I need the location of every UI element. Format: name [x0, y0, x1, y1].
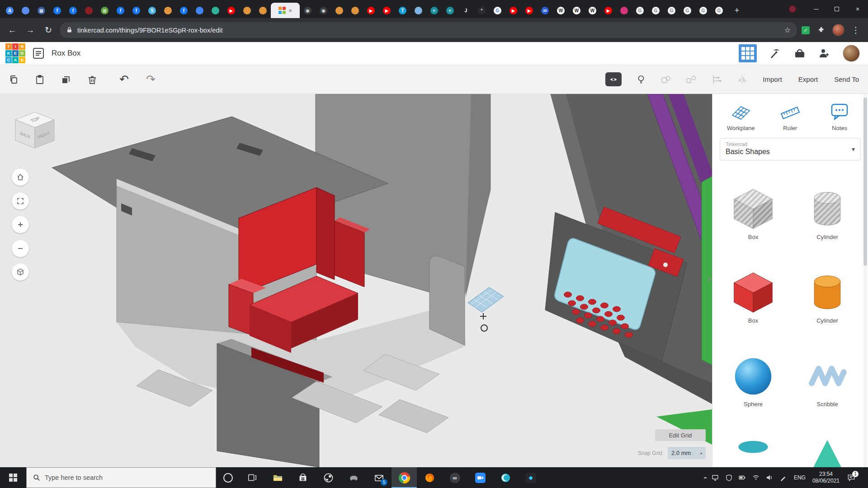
- window-minimize-button[interactable]: [806, 0, 826, 18]
- extension-check-icon[interactable]: ✓: [802, 26, 810, 34]
- window-close-button[interactable]: ×: [847, 0, 868, 18]
- copy-icon[interactable]: [8, 74, 19, 85]
- duplicate-icon[interactable]: [61, 74, 71, 85]
- taskbar-diamond-app[interactable]: ◆: [518, 467, 543, 488]
- tab-blue-square-app[interactable]: T: [395, 3, 410, 18]
- tab-teal-app[interactable]: [208, 3, 223, 18]
- zoom-out-button[interactable]: [12, 240, 29, 257]
- panel-scrollbar[interactable]: [863, 94, 867, 467]
- shape-box-hole[interactable]: Box: [726, 187, 780, 240]
- tab-orange-app[interactable]: [331, 3, 347, 18]
- tray-pen-icon[interactable]: [779, 474, 787, 482]
- browser-menu-icon[interactable]: ⋮: [849, 23, 863, 37]
- tab-orange-app[interactable]: [255, 3, 271, 18]
- tray-expand-chevron-icon[interactable]: ›: [701, 477, 708, 479]
- tab-translate[interactable]: A: [2, 3, 18, 18]
- new-tab-button[interactable]: +: [731, 4, 743, 17]
- design-title[interactable]: Rox Box: [52, 49, 80, 58]
- tab-youtube[interactable]: ▶: [505, 3, 521, 18]
- 3d-scene-canvas[interactable]: TOP BACK RIGHT: [0, 94, 712, 467]
- minecraft-export-icon[interactable]: [769, 47, 781, 59]
- taskbar-video-call[interactable]: [467, 467, 493, 488]
- perspective-toggle-button[interactable]: [12, 263, 29, 281]
- forward-button[interactable]: →: [24, 23, 37, 37]
- address-bar[interactable]: tinkercad.com/things/9FBOR1eSGpR-rox-box…: [60, 22, 797, 38]
- tab-facebook[interactable]: f: [49, 3, 65, 18]
- tray-monitor-icon[interactable]: [712, 474, 719, 482]
- taskbar-search-input[interactable]: Type here to search: [26, 467, 216, 488]
- tray-wifi-icon[interactable]: [752, 474, 760, 482]
- tab-wikipedia[interactable]: W: [585, 3, 600, 18]
- user-avatar[interactable]: [843, 45, 860, 62]
- mirror-icon[interactable]: [736, 74, 747, 85]
- panel-tool-notes[interactable]: Notes: [815, 101, 864, 131]
- tab-instagram[interactable]: [616, 3, 632, 18]
- taskbar-game[interactable]: [341, 467, 366, 488]
- tab-google-account[interactable]: G: [695, 3, 711, 18]
- paste-icon[interactable]: [34, 74, 45, 85]
- view-cube[interactable]: TOP BACK RIGHT: [15, 112, 54, 148]
- tab-facebook[interactable]: f: [128, 3, 144, 18]
- home-view-button[interactable]: [12, 169, 29, 186]
- browser-profile-avatar[interactable]: [832, 24, 844, 36]
- tab-google[interactable]: G: [490, 3, 505, 18]
- tab-google-account[interactable]: G: [632, 3, 648, 18]
- taskbar-task-view[interactable]: [240, 467, 265, 488]
- taskbar-chrome[interactable]: [392, 467, 417, 488]
- back-button[interactable]: ←: [5, 23, 19, 37]
- ungroup-icon[interactable]: [686, 74, 697, 85]
- tab-orange-app[interactable]: [347, 3, 363, 18]
- panel-collapse-chevron[interactable]: ›: [708, 272, 711, 285]
- cortana-button[interactable]: [216, 467, 240, 488]
- taskbar-mail[interactable]: 5: [366, 467, 392, 488]
- delete-icon[interactable]: [87, 74, 98, 85]
- shape-scribble[interactable]: Scribble: [800, 354, 854, 408]
- tab-google-account[interactable]: G: [679, 3, 695, 18]
- tab-facebook[interactable]: f: [176, 3, 192, 18]
- tinkercad-logo[interactable]: TINKERCAD: [5, 43, 25, 63]
- snap-grid-select[interactable]: 2.0 mm ▴: [668, 447, 706, 459]
- brick-export-icon[interactable]: [794, 47, 806, 59]
- tab-blue-app[interactable]: [192, 3, 208, 18]
- tab-orange-app[interactable]: [239, 3, 255, 18]
- taskbar-firefox[interactable]: [417, 467, 442, 488]
- import-button[interactable]: Import: [762, 73, 783, 86]
- send-to-button[interactable]: Send To: [833, 73, 860, 86]
- tab-wikipedia[interactable]: W: [553, 3, 569, 18]
- tab-google-account[interactable]: G: [664, 3, 679, 18]
- tab-blue-app[interactable]: [18, 3, 33, 18]
- tab-lightblue-app[interactable]: [410, 3, 426, 18]
- 3d-viewport[interactable]: TOP BACK RIGHT Edit Grid Snap Grid 2.0 m…: [0, 94, 712, 467]
- media-extension-icon[interactable]: [788, 5, 797, 13]
- shape-cylinder-hole[interactable]: Cylinder: [800, 187, 854, 240]
- tab-threed-app[interactable]: 3D: [537, 3, 553, 18]
- taskbar-capture-app[interactable]: [493, 467, 518, 488]
- tab-globe-app[interactable]: ◉: [300, 3, 316, 18]
- tab-facebook[interactable]: f: [113, 3, 128, 18]
- tab-close-icon[interactable]: ×: [288, 8, 292, 14]
- tab-youtube[interactable]: ▶: [521, 3, 537, 18]
- scrollbar-thumb[interactable]: [863, 98, 867, 266]
- tab-orange-app[interactable]: [160, 3, 176, 18]
- tab-youtube[interactable]: ▶: [223, 3, 239, 18]
- tab-google-account[interactable]: G: [711, 3, 727, 18]
- bulb-icon[interactable]: [636, 75, 646, 84]
- tray-shield-icon[interactable]: [725, 474, 733, 482]
- export-button[interactable]: Export: [797, 73, 819, 86]
- tab-grid-app[interactable]: ▦: [33, 3, 49, 18]
- start-button[interactable]: [0, 467, 26, 488]
- shape-sphere[interactable]: Sphere: [726, 354, 780, 408]
- zoom-in-button[interactable]: [12, 216, 29, 233]
- shape-cylinder[interactable]: Cylinder: [800, 270, 854, 324]
- group-icon[interactable]: [660, 74, 671, 85]
- reload-button[interactable]: ↻: [42, 23, 55, 37]
- tab-tinkercad-active[interactable]: ×: [271, 3, 300, 18]
- window-maximize-button[interactable]: [826, 0, 847, 18]
- tab-wikipedia[interactable]: W: [569, 3, 585, 18]
- show-all-eye-icon[interactable]: [605, 72, 622, 86]
- bookmark-star-icon[interactable]: ☆: [784, 26, 791, 34]
- tab-google-account[interactable]: G: [648, 3, 664, 18]
- align-icon[interactable]: [711, 74, 722, 85]
- tab-youtube[interactable]: ▶: [379, 3, 395, 18]
- shape-cone[interactable]: [800, 437, 854, 467]
